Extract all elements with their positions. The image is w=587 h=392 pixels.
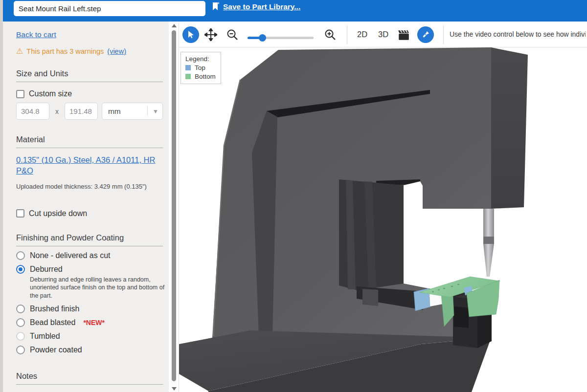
toolbar-hint-text: Use the video control below to see how i… (450, 30, 586, 38)
finish-option-none-label: None - delivered as cut (30, 251, 111, 260)
radio-deburred[interactable] (16, 265, 25, 274)
finish-option-brushed[interactable]: Brushed finish (16, 304, 163, 314)
new-badge: *NEW* (83, 319, 105, 327)
finish-option-powder-coated[interactable]: Powder coated (16, 345, 163, 355)
unit-select-value: mm (108, 107, 121, 116)
deburred-description: Deburring and edge rolling leaves a rand… (30, 276, 167, 301)
finish-option-bead-blasted[interactable]: Bead blasted *NEW* (16, 317, 163, 328)
material-heading: Material (16, 135, 163, 148)
finish-option-none[interactable]: None - delivered as cut (16, 250, 163, 261)
scrollbar-thumb[interactable] (172, 30, 176, 381)
zoom-slider-thumb[interactable] (259, 34, 266, 42)
custom-size-label: Custom size (29, 89, 72, 98)
cut-upside-down-label: Cut upside down (29, 209, 87, 218)
thickness-note: Uploaded model thickness: 3.429 mm (0.13… (16, 183, 163, 190)
finish-option-tumbled-label: Tumbled (30, 332, 60, 341)
cursor-icon (187, 30, 195, 39)
zoom-in-icon[interactable] (324, 28, 337, 41)
radio-tumbled (16, 332, 25, 341)
legend-bottom-label: Bottom (195, 73, 216, 80)
bottom-color-swatch (185, 74, 191, 79)
viewer-toolbar: 2D 3D Use the video control below to see… (179, 22, 587, 47)
save-to-library[interactable]: Save to Part Library... (212, 2, 300, 11)
part-settings-sidebar: Back to cart ⚠ This part has 3 warnings … (3, 22, 169, 392)
view-2d-button[interactable]: 2D (355, 29, 369, 40)
finish-option-powder-coated-label: Powder coated (30, 346, 82, 354)
view-warnings-link[interactable]: (view) (107, 47, 126, 55)
pan-tool-icon[interactable] (204, 28, 217, 41)
material-link[interactable]: 0.135" (10 Ga.) Steel, A36 / A1011, HR P… (16, 154, 164, 176)
finishing-heading: Finishing and Powder Coating (16, 233, 163, 246)
radio-brushed[interactable] (16, 305, 25, 313)
finish-option-deburred[interactable]: Deburred (16, 264, 163, 275)
cut-upside-down-row[interactable]: Cut upside down (16, 209, 163, 218)
warning-icon: ⚠ (16, 47, 23, 55)
scroll-down-arrow[interactable] (172, 387, 177, 391)
app-window: Save to Part Library... Back to cart ⚠ T… (0, 0, 587, 392)
finish-option-tumbled: Tumbled (16, 331, 163, 342)
legend-box: Legend: Top Bottom (181, 52, 221, 84)
top-color-swatch (185, 65, 191, 70)
legend-title: Legend: (185, 55, 216, 63)
height-field[interactable] (65, 103, 98, 120)
finishing-options: None - delivered as cut Deburred Deburri… (16, 250, 163, 356)
legend-item-bottom: Bottom (185, 73, 216, 80)
scroll-up-arrow[interactable] (172, 24, 177, 27)
custom-size-checkbox[interactable] (16, 90, 24, 98)
sidebar-scrollbar[interactable] (171, 22, 177, 392)
zoom-slider[interactable] (248, 34, 314, 41)
warning-text: This part has 3 warnings (26, 47, 104, 55)
warnings-banner: ⚠ This part has 3 warnings (view) (16, 47, 163, 55)
finish-option-bead-blasted-label: Bead blasted (30, 318, 75, 327)
back-to-cart-link[interactable]: Back to cart (16, 30, 56, 39)
machine-side-face (491, 47, 528, 209)
select-divider (147, 107, 148, 116)
view-3d-button[interactable]: 3D (376, 29, 390, 40)
dimensions-row: x mm ▼ (16, 103, 163, 120)
toolbar-divider (443, 25, 444, 44)
zoom-out-icon[interactable] (226, 28, 239, 41)
radio-bead-blasted[interactable] (16, 318, 25, 327)
top-bar: Save to Part Library... (3, 0, 587, 22)
radio-powder-coated[interactable] (16, 346, 25, 354)
3d-viewer-panel: 2D 3D Use the video control below to see… (179, 22, 587, 392)
notes-heading: Notes (16, 371, 163, 385)
finish-option-brushed-label: Brushed finish (30, 305, 79, 313)
size-units-heading: Size and Units (16, 69, 163, 82)
chevron-down-icon: ▼ (153, 108, 158, 115)
custom-size-row[interactable]: Custom size (16, 89, 163, 98)
filename-input[interactable] (14, 1, 205, 16)
3d-viewport[interactable] (179, 47, 587, 392)
legend-item-top: Top (185, 64, 216, 71)
width-field[interactable] (16, 103, 49, 120)
toolbar-divider (347, 25, 347, 44)
radio-none[interactable] (16, 251, 25, 260)
save-to-library-label: Save to Part Library... (223, 2, 300, 11)
finish-option-deburred-label: Deburred (30, 265, 63, 274)
video-icon[interactable] (397, 29, 410, 42)
legend-top-label: Top (195, 64, 205, 71)
cut-upside-down-checkbox[interactable] (16, 209, 24, 218)
bookmark-icon (212, 2, 220, 11)
flashlight-icon (421, 30, 430, 39)
unit-select[interactable]: mm ▼ (102, 103, 163, 120)
select-tool-button[interactable] (182, 26, 199, 43)
flashlight-tool-button[interactable] (417, 26, 434, 43)
dimension-separator: x (54, 108, 60, 115)
